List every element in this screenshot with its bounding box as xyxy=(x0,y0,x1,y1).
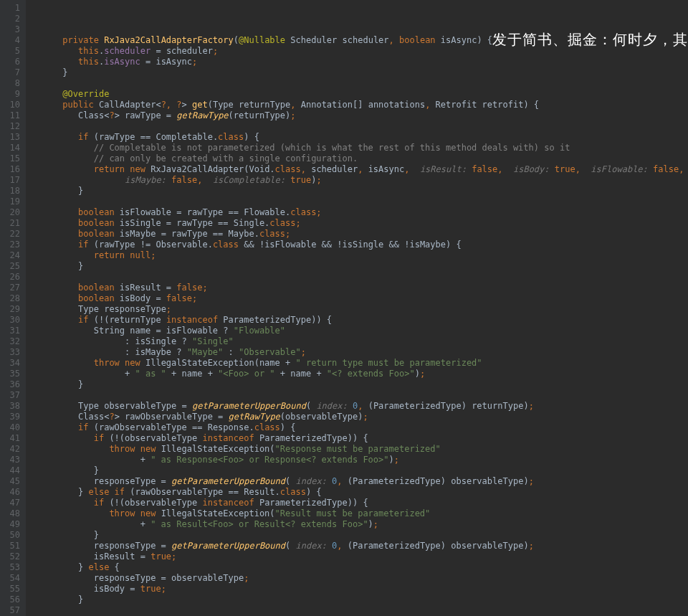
line-number: 38 xyxy=(3,401,20,412)
code-line: } xyxy=(32,530,688,541)
code-line: if (rawType == Completable.class) { xyxy=(32,132,688,143)
code-line: responseType = getParameterUpperBound( i… xyxy=(32,541,688,551)
line-number: 39 xyxy=(3,412,20,422)
code-line xyxy=(32,121,688,132)
line-number: 9 xyxy=(3,89,20,100)
code-line: responseType = observableType; xyxy=(32,573,688,584)
line-number: 53 xyxy=(3,562,20,573)
line-number: 24 xyxy=(3,250,20,261)
line-number: 57 xyxy=(3,605,20,616)
code-line: return new RxJava2CallAdapter(Void.class… xyxy=(32,164,688,175)
line-number: 25 xyxy=(3,261,20,272)
code-line: this.scheduler = scheduler; xyxy=(32,46,688,57)
line-number: 43 xyxy=(3,455,20,465)
code-line: isResult = true; xyxy=(32,551,688,562)
code-line: @Override xyxy=(32,89,688,100)
line-number: 22 xyxy=(3,229,20,240)
code-line: : isSingle ? "Single" xyxy=(32,336,688,347)
code-line: } xyxy=(32,186,688,196)
line-number: 37 xyxy=(3,390,20,401)
line-number: 14 xyxy=(3,143,20,153)
code-line: if (rawObservableType == Response.class)… xyxy=(32,422,688,433)
line-number: 31 xyxy=(3,326,20,336)
code-line: Class<?> rawType = getRawType(returnType… xyxy=(32,110,688,121)
line-number: 36 xyxy=(3,379,20,390)
line-number: 30 xyxy=(3,315,20,326)
line-number: 10 xyxy=(3,100,20,110)
code-line: } xyxy=(32,379,688,390)
line-number: 55 xyxy=(3,584,20,594)
line-number: 6 xyxy=(3,57,20,67)
line-number: 13 xyxy=(3,132,20,143)
code-line: } else { xyxy=(32,562,688,573)
code-editor: 1234567891011121314151617181920212223242… xyxy=(0,0,688,616)
code-line: throw new IllegalStateException("Result … xyxy=(32,508,688,519)
code-line: if (rawType != Observable.class && !isFl… xyxy=(32,240,688,250)
line-number: 7 xyxy=(3,67,20,78)
line-number: 18 xyxy=(3,186,20,196)
code-line: } xyxy=(32,67,688,78)
code-line: : isMaybe ? "Maybe" : "Observable"; xyxy=(32,347,688,358)
code-line: return null; xyxy=(32,250,688,261)
line-number: 16 xyxy=(3,164,20,175)
code-line: throw new IllegalStateException(name + "… xyxy=(32,358,688,369)
code-line: throw new IllegalStateException("Respons… xyxy=(32,444,688,455)
line-number: 49 xyxy=(3,519,20,530)
line-number: 26 xyxy=(3,272,20,283)
line-number: 50 xyxy=(3,530,20,541)
line-number: 5 xyxy=(3,46,20,57)
code-line: Type observableType = getParameterUpperB… xyxy=(32,401,688,412)
code-line: isMaybe: false, isCompletable: true); xyxy=(32,175,688,186)
code-area[interactable]: 发于简书、掘金：何时夕，其他皆盗版 private RxJava2CallAda… xyxy=(26,0,688,616)
line-number: 47 xyxy=(3,498,20,508)
code-line: private RxJava2CallAdapterFactory(@Nulla… xyxy=(32,35,688,46)
line-number: 17 xyxy=(3,175,20,186)
line-number: 32 xyxy=(3,336,20,347)
code-line: boolean isMaybe = rawType == Maybe.class… xyxy=(32,229,688,240)
code-line: if (!(observableType instanceof Paramete… xyxy=(32,433,688,444)
code-line: } xyxy=(32,465,688,476)
code-line: boolean isFlowable = rawType == Flowable… xyxy=(32,207,688,218)
line-number: 12 xyxy=(3,121,20,132)
code-line: Class<?> rawObservableType = getRawType(… xyxy=(32,412,688,422)
line-number: 51 xyxy=(3,541,20,551)
line-number: 56 xyxy=(3,594,20,605)
code-line: Type responseType; xyxy=(32,304,688,315)
code-line: String name = isFlowable ? "Flowable" xyxy=(32,326,688,336)
code-line xyxy=(32,196,688,207)
line-number: 46 xyxy=(3,487,20,498)
code-line: + " as " + name + "<Foo> or " + name + "… xyxy=(32,369,688,379)
code-line: // can only be created with a single con… xyxy=(32,153,688,164)
code-line: boolean isResult = false; xyxy=(32,283,688,293)
code-line: this.isAsync = isAsync; xyxy=(32,57,688,67)
code-line xyxy=(32,605,688,616)
code-line: // Completable is not parameterized (whi… xyxy=(32,143,688,153)
code-line: } else if (rawObservableType == Result.c… xyxy=(32,487,688,498)
line-number: 27 xyxy=(3,283,20,293)
code-line: responseType = getParameterUpperBound( i… xyxy=(32,476,688,487)
line-number: 19 xyxy=(3,196,20,207)
code-line: } xyxy=(32,594,688,605)
line-number: 52 xyxy=(3,551,20,562)
code-line xyxy=(32,390,688,401)
line-number: 3 xyxy=(3,24,20,35)
line-number: 21 xyxy=(3,218,20,229)
line-number: 23 xyxy=(3,240,20,250)
line-number: 35 xyxy=(3,369,20,379)
line-number: 41 xyxy=(3,433,20,444)
line-number: 44 xyxy=(3,465,20,476)
code-line: } xyxy=(32,261,688,272)
code-line: boolean isBody = false; xyxy=(32,293,688,304)
line-number: 33 xyxy=(3,347,20,358)
code-line xyxy=(32,272,688,283)
line-number: 2 xyxy=(3,14,20,24)
line-number: 8 xyxy=(3,78,20,89)
line-number: 11 xyxy=(3,110,20,121)
line-number: 45 xyxy=(3,476,20,487)
code-line: + " as Result<Foo> or Result<? extends F… xyxy=(32,519,688,530)
code-line xyxy=(32,78,688,89)
line-number: 34 xyxy=(3,358,20,369)
line-number: 40 xyxy=(3,422,20,433)
line-number: 28 xyxy=(3,293,20,304)
line-number: 4 xyxy=(3,35,20,46)
